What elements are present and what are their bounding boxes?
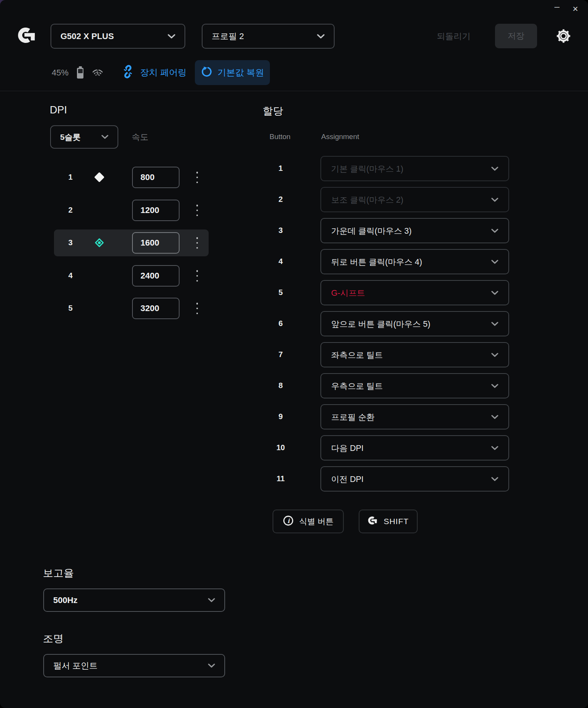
assignment-select[interactable]: 가운데 클릭(마우스 3): [320, 218, 509, 243]
close-button[interactable]: ✕: [570, 3, 581, 15]
dpi-row-menu-kebab-icon[interactable]: [192, 236, 202, 249]
dpi-row-menu-kebab-icon[interactable]: [192, 204, 202, 217]
minimize-button[interactable]: –: [551, 1, 563, 12]
chevron-down-icon: [491, 353, 498, 357]
dpi-value-input[interactable]: 800: [132, 167, 180, 188]
identify-button[interactable]: i 식별 버튼: [273, 510, 344, 533]
device-pairing-link[interactable]: 장치 페어링: [121, 60, 186, 85]
assignment-select[interactable]: 뒤로 버튼 클릭(마우스 4): [320, 249, 509, 274]
dpi-slot-value: 5슬롯: [60, 132, 81, 143]
report-rate-select[interactable]: 500Hz: [43, 588, 225, 612]
chevron-down-icon: [491, 291, 498, 295]
lighting-value: 펄서 포인트: [53, 660, 98, 672]
mouse-button-number: 6: [272, 319, 289, 328]
assignment-value: 프로필 순환: [331, 411, 374, 423]
dpi-value-input[interactable]: 1600: [132, 232, 180, 254]
dpi-value-input[interactable]: 1200: [132, 200, 180, 221]
lighting-select[interactable]: 펄서 포인트: [43, 654, 225, 677]
assignment-select[interactable]: 프로필 순환: [320, 404, 509, 429]
profile-select-value: 프로필 2: [212, 31, 244, 42]
gshift-button[interactable]: SHIFT: [359, 510, 418, 533]
chevron-down-icon: [491, 260, 498, 264]
chevron-down-icon: [491, 415, 498, 419]
assignment-value: 가운데 클릭(마우스 3): [331, 225, 412, 236]
assignment-value: 좌측으로 틸트: [331, 349, 383, 361]
mouse-button-number: 8: [272, 381, 289, 390]
battery-icon: [77, 68, 83, 79]
battery-percent: 45%: [52, 68, 69, 78]
broken-link-icon: [121, 65, 135, 81]
chevron-down-icon: [491, 384, 498, 388]
dpi-section-title: DPI: [50, 104, 67, 116]
assignment-select[interactable]: 앞으로 버튼 클릭(마우스 5): [320, 311, 509, 336]
logitech-g-small-icon: [368, 516, 378, 527]
device-select[interactable]: G502 X PLUS: [51, 24, 185, 49]
mouse-button-number: 4: [272, 257, 289, 266]
report-rate-value: 500Hz: [53, 595, 78, 605]
identify-label: 식별 버튼: [299, 516, 334, 527]
assignment-select[interactable]: 보조 클릭(마우스 2): [320, 187, 509, 212]
dpi-row-number: 5: [63, 304, 78, 313]
mouse-button-number: 3: [272, 226, 289, 235]
ghub-window: – ✕ G502 X PLUS 프로필 2 되돌리기 저장: [0, 0, 588, 708]
chevron-down-icon: [317, 34, 325, 39]
assignment-value: 우측으로 틸트: [331, 380, 383, 392]
report-rate-title: 보고율: [43, 566, 74, 580]
chevron-down-icon: [491, 322, 498, 326]
assignment-select[interactable]: 좌측으로 틸트: [320, 342, 509, 367]
mouse-button-number: 1: [272, 164, 289, 173]
chevron-down-icon: [491, 446, 498, 450]
info-icon: i: [283, 515, 294, 528]
pairing-label: 장치 페어링: [140, 67, 186, 79]
assignment-value: 앞으로 버튼 클릭(마우스 5): [331, 318, 430, 329]
restore-defaults-label: 기본값 복원: [217, 67, 264, 79]
mouse-button-number: 10: [272, 443, 289, 452]
mouse-button-number: 7: [272, 350, 289, 359]
speed-column-label: 속도: [132, 131, 149, 143]
assignment-value: 보조 클릭(마우스 2): [331, 194, 403, 205]
shift-label: SHIFT: [384, 517, 409, 526]
assignment-value: 기본 클릭(마우스 1): [331, 163, 403, 174]
dpi-row-number: 1: [63, 173, 78, 182]
assignment-select[interactable]: 우측으로 틸트: [320, 373, 509, 398]
save-button[interactable]: 저장: [495, 24, 537, 48]
assignment-select[interactable]: 다음 DPI: [320, 435, 509, 461]
mouse-button-number: 2: [272, 195, 289, 204]
assignment-column-header: Assignment: [321, 133, 359, 141]
settings-gear-icon[interactable]: [555, 28, 572, 46]
chevron-down-icon: [491, 198, 498, 202]
chevron-down-icon: [208, 598, 215, 602]
assignment-select-gshift[interactable]: G-시프트: [320, 280, 509, 305]
lighting-title: 조명: [43, 632, 64, 646]
assignment-value: G-시프트: [331, 287, 365, 298]
profile-select[interactable]: 프로필 2: [202, 24, 335, 49]
assignment-select[interactable]: 기본 클릭(마우스 1): [320, 156, 509, 181]
dpi-row-number: 3: [63, 238, 78, 247]
dpi-default-diamond-icon: [94, 172, 105, 182]
assignment-value: 다음 DPI: [331, 442, 364, 454]
mouse-button-number: 11: [272, 474, 289, 483]
svg-text:i: i: [287, 518, 290, 524]
dpi-active-move-icon[interactable]: [94, 237, 105, 250]
dpi-value-input[interactable]: 2400: [132, 265, 180, 287]
assignment-select[interactable]: 이전 DPI: [320, 466, 509, 492]
logitech-g-logo-icon[interactable]: [17, 26, 37, 46]
dpi-slot-select[interactable]: 5슬롯: [50, 125, 118, 149]
header-divider: [0, 91, 588, 91]
wireless-charging-icon: [91, 67, 104, 80]
device-select-value: G502 X PLUS: [60, 31, 114, 41]
chevron-down-icon: [168, 34, 175, 39]
chevron-down-icon: [101, 135, 108, 139]
revert-button[interactable]: 되돌리기: [429, 24, 479, 49]
assignment-section-title: 할당: [263, 104, 283, 118]
mouse-button-number: 9: [272, 412, 289, 421]
dpi-value-input[interactable]: 3200: [132, 298, 180, 319]
dpi-row-menu-kebab-icon[interactable]: [192, 302, 202, 315]
dpi-row-number: 4: [63, 271, 78, 280]
dpi-row-menu-kebab-icon[interactable]: [192, 171, 202, 184]
chevron-down-icon: [491, 167, 498, 171]
chevron-down-icon: [491, 477, 498, 481]
dpi-row-menu-kebab-icon[interactable]: [192, 269, 202, 282]
restore-defaults-button[interactable]: 기본값 복원: [195, 60, 270, 85]
button-column-header: Button: [270, 133, 291, 141]
